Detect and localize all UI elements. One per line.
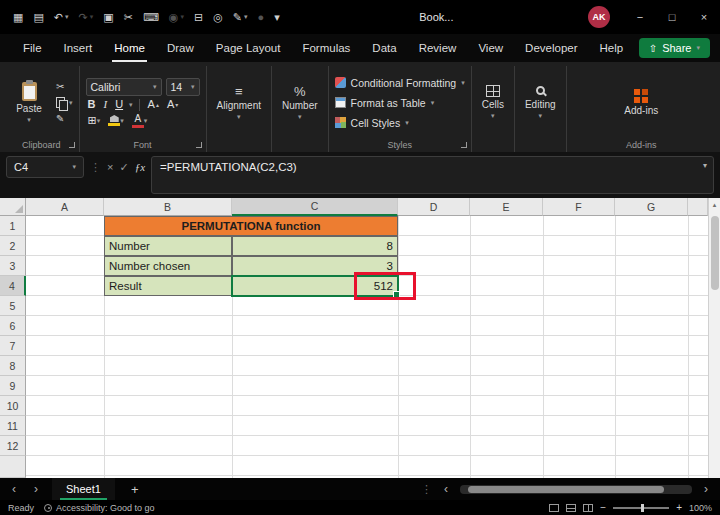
tab-data[interactable]: Data bbox=[361, 34, 407, 62]
font-dialog-launcher[interactable] bbox=[196, 142, 202, 148]
copy-button[interactable]: ▾ bbox=[56, 97, 73, 109]
row-header-4[interactable]: 4 bbox=[0, 276, 26, 296]
zoom-in-button[interactable]: + bbox=[676, 502, 682, 513]
increase-font-size-button[interactable]: A▴ bbox=[146, 99, 161, 110]
underline-button[interactable]: U bbox=[113, 99, 125, 110]
ink-pen-icon[interactable]: ✎▾ bbox=[228, 4, 253, 30]
vertical-scrollbar[interactable]: ▴ bbox=[708, 198, 720, 478]
format-painter-button[interactable]: ✎ bbox=[56, 114, 73, 124]
font-size-select[interactable]: 14▾ bbox=[166, 78, 200, 96]
borders-button[interactable]: ⊞▾ bbox=[86, 115, 103, 126]
cut-icon[interactable]: ✂ bbox=[119, 4, 138, 30]
cancel-button[interactable]: × bbox=[107, 161, 113, 173]
normal-view-icon[interactable] bbox=[549, 504, 559, 512]
cells-area[interactable]: PERMUTATIONA function Number 8 Number ch… bbox=[26, 216, 708, 478]
page-layout-view-icon[interactable] bbox=[566, 504, 576, 512]
close-button[interactable]: × bbox=[688, 0, 720, 34]
paste-button[interactable]: Paste ▾ bbox=[10, 68, 48, 137]
cut-button[interactable]: ✂ bbox=[56, 82, 73, 92]
cell-styles-button[interactable]: Cell Styles▾ bbox=[335, 114, 465, 131]
minimize-button[interactable]: − bbox=[624, 0, 656, 34]
clipboard-dialog-launcher[interactable] bbox=[69, 142, 75, 148]
zoom-slider-thumb[interactable] bbox=[641, 504, 644, 512]
select-all-button[interactable] bbox=[0, 198, 26, 216]
column-header-c[interactable]: C bbox=[232, 198, 398, 216]
camera-icon[interactable]: ◎ bbox=[208, 4, 228, 30]
tab-page-layout[interactable]: Page Layout bbox=[205, 34, 292, 62]
scroll-left-icon[interactable]: ‹ bbox=[440, 482, 452, 496]
copy-icon[interactable]: ▣ bbox=[98, 4, 118, 30]
vertical-scrollbar-thumb[interactable] bbox=[711, 216, 719, 290]
record-icon[interactable]: ● bbox=[252, 4, 269, 30]
keyboard-icon[interactable]: ⌨ bbox=[138, 4, 164, 30]
tab-home[interactable]: Home bbox=[103, 34, 156, 62]
cell-b3[interactable]: Number chosen bbox=[104, 256, 232, 276]
accessibility-status[interactable]: Accessibility: Good to go bbox=[44, 503, 155, 513]
more-commands-icon[interactable]: ▾ bbox=[269, 4, 285, 30]
maximize-button[interactable]: □ bbox=[656, 0, 688, 34]
column-header-e[interactable]: E bbox=[470, 198, 543, 216]
row-header-12[interactable]: 12 bbox=[0, 436, 26, 456]
horizontal-scrollbar-thumb[interactable] bbox=[468, 486, 664, 493]
account-avatar[interactable]: AK bbox=[588, 6, 610, 28]
bold-button[interactable]: B bbox=[86, 99, 98, 110]
row-header-9[interactable]: 9 bbox=[0, 376, 26, 396]
row-header-10[interactable]: 10 bbox=[0, 396, 26, 416]
workbook-title[interactable]: Book... bbox=[419, 11, 453, 23]
tab-review[interactable]: Review bbox=[408, 34, 468, 62]
styles-dialog-launcher[interactable] bbox=[461, 142, 467, 148]
fill-color-button[interactable]: ▾ bbox=[106, 115, 126, 126]
column-header-g[interactable]: G bbox=[615, 198, 688, 216]
printer-icon[interactable]: ⊟ bbox=[189, 4, 208, 30]
redo-icon[interactable]: ↷▾ bbox=[74, 4, 99, 30]
alignment-button[interactable]: ≡ Alignment ▾ bbox=[213, 85, 265, 121]
italic-button[interactable]: I bbox=[101, 99, 109, 110]
save-icon[interactable]: ▤ bbox=[28, 4, 48, 30]
cell-c4-active[interactable]: 512 bbox=[232, 276, 398, 296]
enter-button[interactable]: ✓ bbox=[119, 161, 128, 174]
share-button[interactable]: ⇧ Share ▾ bbox=[639, 38, 710, 58]
decrease-font-size-button[interactable]: A▾ bbox=[165, 99, 180, 110]
insert-function-button[interactable]: ƒx bbox=[135, 161, 145, 173]
sheet-options-icon[interactable]: ⋮ bbox=[421, 483, 432, 496]
drag-handle-icon[interactable]: ⋮ bbox=[90, 161, 101, 174]
page-break-preview-icon[interactable] bbox=[583, 504, 593, 512]
tab-view[interactable]: View bbox=[467, 34, 514, 62]
addins-button[interactable]: Add-ins bbox=[620, 89, 662, 116]
cells-button[interactable]: Cells ▾ bbox=[478, 85, 508, 120]
touch-mode-icon[interactable]: ◉▾ bbox=[164, 4, 189, 30]
row-header-1[interactable]: 1 bbox=[0, 216, 26, 236]
collapse-formula-bar-icon[interactable]: ▾ bbox=[703, 161, 707, 170]
column-header-a[interactable]: A bbox=[26, 198, 104, 216]
undo-icon[interactable]: ↶▾ bbox=[49, 4, 74, 30]
editing-button[interactable]: Editing ▾ bbox=[521, 86, 560, 120]
scroll-right-icon[interactable]: › bbox=[700, 482, 712, 496]
next-sheet-icon[interactable]: › bbox=[30, 482, 42, 496]
tab-developer[interactable]: Developer bbox=[514, 34, 588, 62]
row-header-2[interactable]: 2 bbox=[0, 236, 26, 256]
column-header-d[interactable]: D bbox=[398, 198, 470, 216]
new-sheet-button[interactable]: + bbox=[125, 482, 145, 497]
name-box[interactable]: C4▾ bbox=[6, 156, 84, 178]
conditional-formatting-button[interactable]: Conditional Formatting▾ bbox=[335, 74, 465, 91]
cell-b4[interactable]: Result bbox=[104, 276, 232, 296]
row-header-5[interactable]: 5 bbox=[0, 296, 26, 316]
scroll-up-icon[interactable]: ▴ bbox=[709, 198, 720, 209]
column-header-f[interactable]: F bbox=[543, 198, 615, 216]
sheet-tab-sheet1[interactable]: Sheet1 bbox=[52, 478, 115, 500]
tab-file[interactable]: File bbox=[12, 34, 53, 62]
cell-c3[interactable]: 3 bbox=[232, 256, 398, 276]
row-header-6[interactable]: 6 bbox=[0, 316, 26, 336]
font-color-button[interactable]: A▾ bbox=[130, 114, 150, 128]
tab-draw[interactable]: Draw bbox=[156, 34, 205, 62]
zoom-level[interactable]: 100% bbox=[689, 503, 712, 513]
row-header-11[interactable]: 11 bbox=[0, 416, 26, 436]
format-as-table-button[interactable]: Format as Table▾ bbox=[335, 94, 465, 111]
excel-app-icon[interactable]: ▦ bbox=[8, 4, 28, 30]
font-name-select[interactable]: Calibri▾ bbox=[86, 78, 162, 96]
row-header-7[interactable]: 7 bbox=[0, 336, 26, 356]
horizontal-scrollbar[interactable] bbox=[460, 485, 692, 494]
previous-sheet-icon[interactable]: ‹ bbox=[8, 482, 20, 496]
cell-b2[interactable]: Number bbox=[104, 236, 232, 256]
tab-insert[interactable]: Insert bbox=[53, 34, 104, 62]
